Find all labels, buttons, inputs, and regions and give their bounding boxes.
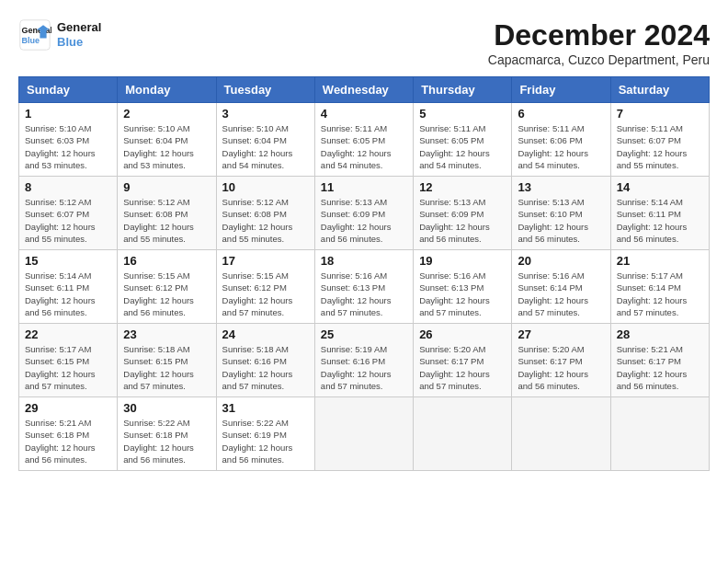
calendar-cell (512, 397, 610, 471)
calendar-cell: 27 Sunrise: 5:20 AM Sunset: 6:17 PM Dayl… (512, 324, 610, 397)
day-number: 22 (25, 327, 111, 341)
calendar-cell: 28 Sunrise: 5:21 AM Sunset: 6:17 PM Dayl… (610, 324, 709, 397)
calendar-cell (610, 397, 709, 471)
calendar-cell: 4 Sunrise: 5:11 AM Sunset: 6:05 PM Dayli… (314, 103, 413, 177)
day-info: Sunrise: 5:15 AM Sunset: 6:12 PM Dayligh… (123, 270, 210, 318)
calendar-cell: 26 Sunrise: 5:20 AM Sunset: 6:17 PM Dayl… (414, 324, 512, 397)
day-info: Sunrise: 5:10 AM Sunset: 6:04 PM Dayligh… (222, 122, 309, 171)
day-info: Sunrise: 5:15 AM Sunset: 6:12 PM Dayligh… (222, 270, 309, 318)
calendar-cell: 3 Sunrise: 5:10 AM Sunset: 6:04 PM Dayli… (216, 103, 314, 177)
calendar-cell: 20 Sunrise: 5:16 AM Sunset: 6:14 PM Dayl… (512, 250, 610, 324)
calendar-cell: 7 Sunrise: 5:11 AM Sunset: 6:07 PM Dayli… (610, 103, 709, 177)
day-number: 28 (617, 327, 703, 341)
calendar-cell: 30 Sunrise: 5:22 AM Sunset: 6:18 PM Dayl… (118, 397, 216, 471)
day-info: Sunrise: 5:19 AM Sunset: 6:16 PM Dayligh… (321, 343, 407, 392)
calendar-header-row: Sunday Monday Tuesday Wednesday Thursday… (19, 77, 710, 103)
day-number: 6 (518, 107, 604, 121)
day-info: Sunrise: 5:10 AM Sunset: 6:04 PM Dayligh… (123, 122, 210, 171)
day-info: Sunrise: 5:20 AM Sunset: 6:17 PM Dayligh… (518, 343, 604, 392)
calendar-cell: 14 Sunrise: 5:14 AM Sunset: 6:11 PM Dayl… (610, 177, 709, 250)
day-number: 29 (25, 401, 111, 415)
calendar-cell: 19 Sunrise: 5:16 AM Sunset: 6:13 PM Dayl… (414, 250, 512, 324)
day-number: 8 (25, 180, 111, 194)
col-saturday: Saturday (610, 77, 709, 103)
calendar-cell: 24 Sunrise: 5:18 AM Sunset: 6:16 PM Dayl… (216, 324, 314, 397)
col-wednesday: Wednesday (314, 77, 413, 103)
day-info: Sunrise: 5:17 AM Sunset: 6:15 PM Dayligh… (25, 343, 111, 392)
logo-general: General (57, 20, 101, 35)
calendar-cell: 25 Sunrise: 5:19 AM Sunset: 6:16 PM Dayl… (314, 324, 413, 397)
main-title: December 2024 (488, 18, 710, 52)
calendar-week-row: 22 Sunrise: 5:17 AM Sunset: 6:15 PM Dayl… (19, 324, 710, 397)
day-info: Sunrise: 5:13 AM Sunset: 6:09 PM Dayligh… (321, 196, 407, 245)
day-number: 16 (123, 254, 210, 268)
day-number: 13 (518, 180, 604, 194)
day-info: Sunrise: 5:14 AM Sunset: 6:11 PM Dayligh… (25, 270, 111, 318)
calendar-cell: 13 Sunrise: 5:13 AM Sunset: 6:10 PM Dayl… (512, 177, 610, 250)
day-info: Sunrise: 5:16 AM Sunset: 6:13 PM Dayligh… (419, 270, 506, 318)
day-number: 19 (419, 254, 506, 268)
calendar-week-row: 15 Sunrise: 5:14 AM Sunset: 6:11 PM Dayl… (19, 250, 710, 324)
calendar-cell: 12 Sunrise: 5:13 AM Sunset: 6:09 PM Dayl… (414, 177, 512, 250)
calendar-cell: 17 Sunrise: 5:15 AM Sunset: 6:12 PM Dayl… (216, 250, 314, 324)
title-section: December 2024 Capacmarca, Cuzco Departme… (488, 18, 710, 67)
calendar-cell: 22 Sunrise: 5:17 AM Sunset: 6:15 PM Dayl… (19, 324, 118, 397)
day-info: Sunrise: 5:22 AM Sunset: 6:18 PM Dayligh… (123, 417, 210, 465)
day-number: 10 (222, 180, 309, 194)
day-number: 18 (321, 254, 407, 268)
calendar-cell: 21 Sunrise: 5:17 AM Sunset: 6:14 PM Dayl… (610, 250, 709, 324)
day-number: 7 (617, 107, 703, 121)
calendar-cell: 9 Sunrise: 5:12 AM Sunset: 6:08 PM Dayli… (118, 177, 216, 250)
calendar-cell: 31 Sunrise: 5:22 AM Sunset: 6:19 PM Dayl… (216, 397, 314, 471)
col-monday: Monday (118, 77, 216, 103)
col-thursday: Thursday (414, 77, 512, 103)
calendar-cell: 16 Sunrise: 5:15 AM Sunset: 6:12 PM Dayl… (118, 250, 216, 324)
calendar-cell: 5 Sunrise: 5:11 AM Sunset: 6:05 PM Dayli… (414, 103, 512, 177)
day-number: 26 (419, 327, 506, 341)
calendar-cell: 8 Sunrise: 5:12 AM Sunset: 6:07 PM Dayli… (19, 177, 118, 250)
calendar-cell: 6 Sunrise: 5:11 AM Sunset: 6:06 PM Dayli… (512, 103, 610, 177)
day-info: Sunrise: 5:17 AM Sunset: 6:14 PM Dayligh… (617, 270, 703, 318)
calendar-cell: 1 Sunrise: 5:10 AM Sunset: 6:03 PM Dayli… (19, 103, 118, 177)
day-info: Sunrise: 5:18 AM Sunset: 6:16 PM Dayligh… (222, 343, 309, 392)
calendar-week-row: 1 Sunrise: 5:10 AM Sunset: 6:03 PM Dayli… (19, 103, 710, 177)
day-info: Sunrise: 5:10 AM Sunset: 6:03 PM Dayligh… (25, 122, 111, 171)
day-number: 25 (321, 327, 407, 341)
calendar-cell: 11 Sunrise: 5:13 AM Sunset: 6:09 PM Dayl… (314, 177, 413, 250)
day-number: 12 (419, 180, 506, 194)
calendar-week-row: 8 Sunrise: 5:12 AM Sunset: 6:07 PM Dayli… (19, 177, 710, 250)
day-number: 21 (617, 254, 703, 268)
day-number: 14 (617, 180, 703, 194)
col-tuesday: Tuesday (216, 77, 314, 103)
calendar: Sunday Monday Tuesday Wednesday Thursday… (18, 76, 710, 471)
logo: General Blue General Blue (18, 18, 101, 52)
svg-text:General: General (22, 26, 51, 35)
calendar-cell: 2 Sunrise: 5:10 AM Sunset: 6:04 PM Dayli… (118, 103, 216, 177)
day-number: 11 (321, 180, 407, 194)
day-number: 27 (518, 327, 604, 341)
day-info: Sunrise: 5:14 AM Sunset: 6:11 PM Dayligh… (617, 196, 703, 245)
day-info: Sunrise: 5:13 AM Sunset: 6:10 PM Dayligh… (518, 196, 604, 245)
day-number: 24 (222, 327, 309, 341)
day-info: Sunrise: 5:21 AM Sunset: 6:17 PM Dayligh… (617, 343, 703, 392)
day-number: 17 (222, 254, 309, 268)
day-number: 31 (222, 401, 309, 415)
day-number: 15 (25, 254, 111, 268)
calendar-cell: 23 Sunrise: 5:18 AM Sunset: 6:15 PM Dayl… (118, 324, 216, 397)
calendar-cell (414, 397, 512, 471)
day-number: 5 (419, 107, 506, 121)
day-number: 20 (518, 254, 604, 268)
day-info: Sunrise: 5:13 AM Sunset: 6:09 PM Dayligh… (419, 196, 506, 245)
day-number: 2 (123, 107, 210, 121)
svg-text:Blue: Blue (22, 36, 40, 45)
day-number: 9 (123, 180, 210, 194)
day-info: Sunrise: 5:18 AM Sunset: 6:15 PM Dayligh… (123, 343, 210, 392)
day-info: Sunrise: 5:11 AM Sunset: 6:06 PM Dayligh… (518, 122, 604, 171)
calendar-week-row: 29 Sunrise: 5:21 AM Sunset: 6:18 PM Dayl… (19, 397, 710, 471)
col-sunday: Sunday (19, 77, 118, 103)
logo-text: General Blue (57, 20, 101, 49)
calendar-cell: 18 Sunrise: 5:16 AM Sunset: 6:13 PM Dayl… (314, 250, 413, 324)
calendar-cell: 29 Sunrise: 5:21 AM Sunset: 6:18 PM Dayl… (19, 397, 118, 471)
header: General Blue General Blue December 2024 … (18, 18, 710, 67)
calendar-cell: 15 Sunrise: 5:14 AM Sunset: 6:11 PM Dayl… (19, 250, 118, 324)
